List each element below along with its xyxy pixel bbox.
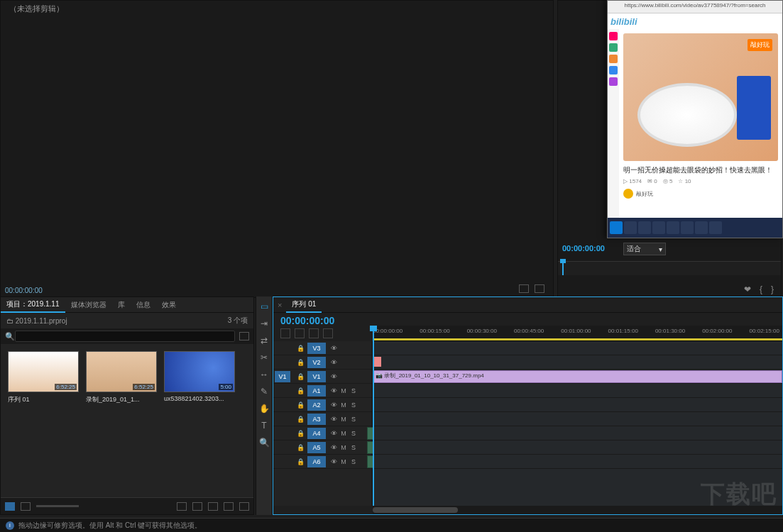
zoom-slider[interactable] (36, 505, 79, 507)
mute-icon[interactable]: M (339, 387, 349, 394)
safe-margins-icon[interactable]: ❤ (744, 284, 751, 294)
slip-tool-icon[interactable]: ↔ (258, 369, 270, 380)
tab-effects[interactable]: 效果 (156, 298, 182, 312)
taskbar-item[interactable] (681, 221, 694, 234)
track-lane-a4[interactable] (373, 426, 782, 440)
timeline-playhead[interactable] (373, 326, 374, 506)
project-item[interactable]: 5:00 ux538821402.3203... (164, 351, 235, 404)
video-title[interactable]: 明一招无价操超能去眼袋的妙招！快速去黑眼！ (623, 165, 778, 175)
zoom-fit-dropdown[interactable]: 适合 ▾ (623, 243, 666, 255)
toggle-output-icon[interactable]: 👁 (329, 387, 339, 394)
find-icon[interactable] (192, 502, 202, 511)
new-bin-icon[interactable] (239, 332, 249, 340)
track-header-v2[interactable]: 🔒V2👁 (273, 355, 372, 370)
track-lane-a2[interactable] (373, 398, 782, 412)
track-lane-a5[interactable] (373, 440, 782, 455)
track-header-a5[interactable]: 🔒A5👁MS (273, 440, 372, 455)
solo-icon[interactable]: S (349, 458, 358, 465)
sidebar-icon[interactable] (609, 55, 618, 63)
source-timecode[interactable]: 00:00:00:00 (5, 287, 43, 294)
track-target[interactable]: V1 (307, 371, 326, 382)
track-header-v1[interactable]: V1🔒V1👁 (273, 370, 372, 384)
mute-icon[interactable]: M (339, 444, 349, 451)
hand-tool-icon[interactable]: ✋ (258, 403, 270, 414)
video-thumbnail[interactable]: 敲好玩 (623, 33, 778, 161)
mute-icon[interactable]: M (339, 430, 349, 437)
tab-libraries[interactable]: 库 (112, 298, 131, 312)
sidebar-icon[interactable] (609, 77, 618, 86)
source-patch[interactable]: V1 (275, 371, 290, 382)
sidebar-icon[interactable] (609, 66, 618, 74)
toggle-output-icon[interactable]: 👁 (329, 444, 339, 451)
track-lane-v1[interactable]: 📷 录制_2019_01_10_10_31_37_729.mp4 (373, 370, 782, 384)
linked-selection-icon[interactable] (295, 328, 305, 338)
solo-icon[interactable]: S (349, 430, 358, 437)
pen-tool-icon[interactable]: ✎ (258, 386, 270, 397)
snap-icon[interactable] (280, 328, 290, 338)
tab-info[interactable]: 信息 (131, 298, 156, 312)
program-timecode[interactable]: 00:00:00:00 (562, 244, 605, 253)
track-header-a2[interactable]: 🔒A2👁MS (273, 398, 372, 412)
lock-icon[interactable]: 🔒 (293, 387, 307, 394)
track-target[interactable]: A2 (307, 399, 326, 411)
track-lane-a6[interactable] (373, 455, 782, 469)
razor-tool-icon[interactable]: ✂ (258, 352, 270, 363)
track-target[interactable]: A1 (307, 385, 326, 397)
insert-icon[interactable] (519, 284, 529, 293)
track-lane-v2[interactable] (373, 355, 782, 370)
type-tool-icon[interactable]: T (258, 420, 270, 431)
ripple-edit-tool-icon[interactable]: ⇄ (258, 335, 270, 346)
uploader-name[interactable]: 敲好玩 (636, 190, 653, 198)
settings-icon[interactable] (323, 328, 333, 338)
lock-icon[interactable]: 🔒 (293, 430, 307, 437)
toggle-output-icon[interactable]: 👁 (329, 373, 339, 380)
track-header-a4[interactable]: 🔒A4👁MS (273, 426, 372, 440)
toggle-output-icon[interactable]: 👁 (329, 359, 339, 366)
track-header-a6[interactable]: 🔒A6👁MS (273, 455, 372, 469)
track-lane-v3[interactable] (373, 341, 782, 355)
search-input[interactable] (15, 331, 235, 342)
tab-media-browser[interactable]: 媒体浏览器 (65, 298, 112, 312)
solo-icon[interactable]: S (349, 444, 358, 451)
lock-icon[interactable]: 🔒 (293, 359, 307, 366)
avatar[interactable] (623, 189, 633, 199)
mute-icon[interactable]: M (339, 458, 349, 465)
trash-icon[interactable] (239, 502, 249, 511)
mute-icon[interactable]: M (339, 416, 349, 423)
lock-icon[interactable]: 🔒 (293, 444, 307, 451)
zoom-tool-icon[interactable]: 🔍 (258, 437, 270, 448)
list-view-icon[interactable] (5, 502, 15, 511)
auto-sequence-icon[interactable] (177, 502, 187, 511)
taskbar-item[interactable] (667, 221, 679, 234)
lock-icon[interactable]: 🔒 (293, 416, 307, 423)
track-header-a1[interactable]: 🔒A1👁MS (273, 384, 372, 398)
track-header-v3[interactable]: 🔒V3👁 (273, 341, 372, 355)
taskbar-item[interactable] (652, 221, 665, 234)
video-clip[interactable]: 📷 录制_2019_01_10_10_31_37_729.mp4 (373, 370, 782, 383)
lock-icon[interactable]: 🔒 (293, 401, 307, 409)
new-item-icon[interactable] (224, 502, 234, 511)
track-target[interactable]: A6 (307, 456, 326, 467)
toggle-output-icon[interactable]: 👁 (329, 458, 339, 465)
track-header-a3[interactable]: 🔒A3👁MS (273, 412, 372, 426)
taskbar-item[interactable] (638, 221, 651, 234)
project-item[interactable]: 6:52:25 录制_2019_01_1... (86, 351, 157, 404)
overwrite-icon[interactable] (535, 284, 544, 293)
lock-icon[interactable]: 🔒 (293, 458, 307, 465)
track-lane-a3[interactable] (373, 412, 782, 426)
track-lane-a1[interactable] (373, 384, 782, 398)
browser-address-bar[interactable]: https://www.bilibili.com/video/av3775894… (608, 1, 782, 13)
site-logo[interactable]: bilibili (610, 16, 637, 27)
icon-view-icon[interactable] (21, 502, 31, 511)
marker-icon[interactable] (309, 328, 319, 338)
work-area-bar[interactable] (373, 338, 782, 340)
program-time-ruler[interactable] (558, 261, 781, 275)
toggle-output-icon[interactable]: 👁 (329, 416, 339, 423)
sidebar-icon[interactable] (609, 43, 618, 52)
track-target[interactable]: A3 (307, 414, 326, 425)
tab-sequence[interactable]: 序列 01 (286, 297, 322, 313)
taskbar-item[interactable] (695, 221, 708, 234)
track-content-area[interactable]: 📷 录制_2019_01_10_10_31_37_729.mp4 (373, 341, 782, 506)
new-bin-button-icon[interactable] (208, 502, 218, 511)
toggle-output-icon[interactable]: 👁 (329, 401, 339, 409)
